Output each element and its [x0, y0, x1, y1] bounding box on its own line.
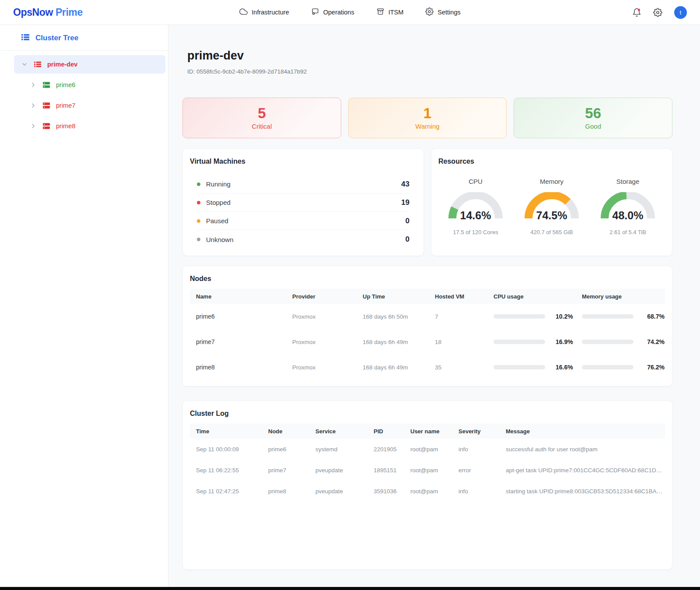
node-hosted-vm: 35 [429, 364, 487, 371]
col-service: Service [309, 428, 368, 435]
chevron-right-icon [30, 81, 37, 88]
node-memory-usage: 74.2% [576, 338, 665, 345]
unknown-dot [197, 238, 200, 241]
memory-usage-bar [582, 314, 634, 319]
cluster-log-panel: Cluster Log Time Node Service PID User n… [182, 400, 672, 570]
vm-row-label: Running [206, 180, 231, 188]
log-message: apt-get task UPID:prime7:001CC4GC:5CDF60… [500, 467, 665, 474]
resource-gauges: CPU 14.6% 17.5 of 120 Cores Memory [438, 178, 665, 235]
tree-item-label: prime7 [56, 102, 75, 109]
node-name: prime8 [190, 364, 286, 371]
memory-gauge: Memory 74.5% 420.7 of 565 GiB [519, 178, 584, 235]
log-user: root@pam [404, 488, 452, 495]
resources-panel: Resources CPU 14.6% 17.5 of 120 Cores [431, 148, 672, 256]
gauge-label: CPU [469, 178, 483, 185]
tree-item-prime8[interactable]: prime8 [14, 117, 165, 135]
cluster-tree: prime-dev prime6 prime7 prime8 [0, 51, 168, 135]
good-label: Good [585, 123, 601, 130]
chevron-down-icon [21, 61, 28, 68]
status-summary-row: 5 Critical 1 Warning 56 Good [182, 98, 672, 138]
user-avatar[interactable]: t [674, 6, 687, 19]
col-severity: Severity [452, 428, 500, 435]
vm-row-paused: Paused 0 [197, 212, 410, 230]
node-row-prime7[interactable]: prime7 Proxmox 168 days 6h 49m 18 16.9% … [190, 329, 665, 355]
server-icon [42, 81, 50, 89]
log-message: successful auth for user root@pam [500, 446, 665, 453]
critical-count: 5 [258, 106, 266, 120]
vm-row-value: 0 [406, 235, 410, 244]
tree-item-prime6[interactable]: prime6 [14, 76, 165, 94]
vm-row-label: Unknown [206, 236, 234, 243]
log-service: systemd [309, 446, 368, 453]
cloud-icon [239, 7, 248, 17]
node-row-prime6[interactable]: prime6 Proxmox 168 days 6h 50m 7 10.2% 6… [190, 304, 665, 329]
notifications-bell-icon[interactable] [632, 8, 641, 17]
node-row-prime8[interactable]: prime8 Proxmox 168 days 6h 49m 35 16.6% … [190, 355, 665, 380]
top-bar: OpsNowPrime Infrastructure Operations IT… [0, 0, 700, 25]
running-dot [197, 183, 200, 186]
tree-item-prime7[interactable]: prime7 [14, 96, 165, 115]
good-count: 56 [585, 106, 601, 120]
log-pid: 2201905 [368, 446, 404, 453]
nav-settings[interactable]: Settings [425, 7, 460, 17]
log-time: Sep 11 00:00:09 [190, 446, 262, 453]
node-cpu-usage: 10.2% [487, 313, 576, 320]
col-pid: PID [368, 428, 404, 435]
cluster-id: ID: 0558fc5c-9cb2-4b7e-8099-2d7184a17b92 [187, 68, 672, 75]
log-time: Sep 11 02:47:25 [190, 488, 262, 495]
logo-primary: OpsNow [13, 7, 53, 18]
gauge-detail: 2.61 of 5.4 TiB [609, 229, 646, 235]
gauge-detail: 17.5 of 120 Cores [453, 229, 498, 235]
node-uptime: 168 days 6h 49m [357, 339, 429, 345]
archive-box-icon [376, 7, 385, 17]
nav-label: Infrastructure [252, 9, 289, 16]
node-memory-usage: 68.7% [576, 313, 665, 320]
log-row: Sep 11 06:22:55 prime7 pveupdate 1895151… [190, 460, 665, 481]
vm-row-running: Running 43 [197, 175, 410, 193]
gauge-percent: 14.6% [448, 209, 503, 222]
cpu-usage-value: 16.9% [556, 338, 573, 345]
log-table-header: Time Node Service PID User name Severity… [190, 424, 665, 439]
nav-operations[interactable]: Operations [311, 7, 354, 17]
logo-secondary: Prime [56, 7, 83, 18]
cluster-tree-title: Cluster Tree [35, 34, 78, 42]
node-hosted-vm: 18 [429, 339, 487, 345]
page-title: prime-dev [187, 49, 672, 63]
critical-status-card: 5 Critical [182, 98, 341, 138]
log-user: root@pam [404, 467, 452, 474]
nav-label: ITSM [388, 9, 404, 16]
cluster-log-title: Cluster Log [190, 410, 665, 418]
log-node: prime6 [262, 446, 309, 453]
node-memory-usage: 76.2% [576, 364, 665, 371]
log-time: Sep 11 06:22:55 [190, 467, 262, 474]
vm-panel-title: Virtual Machines [190, 158, 416, 165]
memory-usage-bar [582, 365, 634, 369]
node-name: prime6 [190, 313, 286, 320]
main-nav: Infrastructure Operations ITSM Settings [239, 7, 460, 17]
node-uptime: 168 days 6h 50m [357, 313, 429, 320]
log-severity: info [452, 488, 500, 495]
log-row: Sep 11 00:00:09 prime6 systemd 2201905 r… [190, 439, 665, 460]
log-message: starting task UPID:prime8:003GCB53:5D512… [500, 488, 665, 495]
gauge-detail: 420.7 of 565 GiB [530, 229, 573, 235]
col-user-name: User name [404, 428, 452, 435]
settings-gear-icon[interactable] [653, 8, 662, 17]
vm-row-label: Paused [206, 217, 228, 225]
storage-gauge: Storage 48.0% 2.61 of 5.4 TiB [595, 178, 661, 235]
log-node: prime8 [262, 488, 309, 495]
log-user: root@pam [404, 446, 452, 453]
memory-usage-value: 74.2% [647, 338, 665, 345]
tree-item-label: prime-dev [47, 61, 77, 68]
nav-itsm[interactable]: ITSM [376, 7, 404, 17]
node-provider: Proxmox [286, 313, 357, 320]
list-menu-icon[interactable] [21, 33, 30, 43]
log-service: pveupdate [309, 488, 368, 495]
gauge-label: Memory [540, 178, 564, 185]
cluster-tree-header: Cluster Tree [0, 25, 168, 50]
col-hosted-vm: Hosted VM [429, 293, 487, 300]
node-cpu-usage: 16.6% [487, 364, 576, 371]
cpu-usage-value: 16.6% [556, 364, 573, 371]
memory-usage-value: 68.7% [647, 313, 665, 320]
nav-infrastructure[interactable]: Infrastructure [239, 7, 289, 17]
tree-item-prime-dev[interactable]: prime-dev [14, 55, 165, 74]
